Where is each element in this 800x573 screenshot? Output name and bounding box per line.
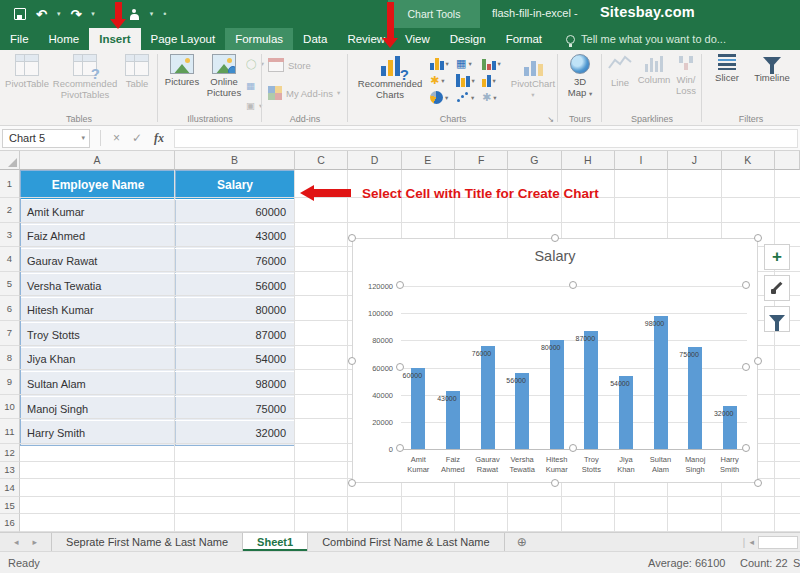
employee-name-cell[interactable]: Versha Tewatia [21, 274, 176, 298]
pictures-button[interactable]: Pictures [162, 54, 202, 88]
table-row[interactable]: Harry Smith32000 [21, 420, 294, 445]
chart-selection-handle[interactable] [348, 479, 356, 487]
table-row[interactable]: Hitesh Kumar80000 [21, 297, 294, 322]
employee-name-cell[interactable]: Jiya Khan [21, 348, 176, 372]
table-row[interactable]: Jiya Khan54000 [21, 347, 294, 372]
online-pictures-button[interactable]: Online Pictures [204, 54, 244, 98]
salary-cell[interactable]: 87000 [176, 323, 294, 347]
row-header-4[interactable]: 4 [0, 247, 20, 272]
menu-tab-data[interactable]: Data [293, 28, 337, 50]
chart-plot-area[interactable]: 02000040000600008000010000012000060000Am… [401, 286, 747, 449]
employee-name-cell[interactable]: Troy Stotts [21, 323, 176, 347]
confirm-entry-icon[interactable]: ✓ [132, 131, 142, 145]
save-icon[interactable] [14, 8, 26, 20]
row-header-13[interactable]: 13 [0, 462, 20, 480]
menu-tab-design[interactable]: Design [440, 28, 496, 50]
chart-selection-handle[interactable] [348, 357, 356, 365]
table-header-row[interactable]: Employee Name Salary [21, 171, 294, 199]
employee-name-cell[interactable]: Amit Kumar [21, 200, 176, 224]
chart-selection-handle[interactable] [551, 479, 559, 487]
chart-bar[interactable] [550, 340, 564, 449]
employee-name-cell[interactable]: Harry Smith [21, 421, 176, 445]
chart-bar[interactable] [584, 331, 598, 449]
employee-name-cell[interactable]: Manoj Singh [21, 397, 176, 421]
chart-bar[interactable] [688, 347, 702, 449]
row-header-12[interactable]: 12 [0, 444, 20, 462]
salary-cell[interactable]: 60000 [176, 200, 294, 224]
table-row[interactable]: Sultan Alam98000 [21, 371, 294, 396]
menu-tab-view[interactable]: View [395, 28, 440, 50]
plot-area-selection-handle[interactable] [742, 281, 750, 289]
employee-name-cell[interactable]: Sultan Alam [21, 372, 176, 396]
table-row[interactable]: Manoj Singh75000 [21, 396, 294, 421]
pivottable-button[interactable]: PivotTable [4, 54, 50, 90]
plot-area-selection-handle[interactable] [742, 444, 750, 452]
slicer-button[interactable]: Slicer [708, 54, 746, 84]
sheet-nav-next-icon[interactable]: ▸ [33, 537, 38, 547]
sheet-nav-prev-icon[interactable]: ◂ [14, 537, 19, 547]
plot-area-selection-handle[interactable] [742, 363, 750, 371]
salary-cell[interactable]: 76000 [176, 249, 294, 273]
column-header-b[interactable]: B [175, 151, 295, 170]
salary-cell[interactable]: 32000 [176, 421, 294, 445]
table-button[interactable]: Table [120, 54, 154, 90]
chart-elements-button[interactable]: + [764, 244, 790, 270]
column-header-a[interactable]: A [20, 151, 175, 170]
salary-cell[interactable]: 80000 [176, 298, 294, 322]
sparkline-line-button[interactable]: Line [604, 54, 636, 88]
employee-name-cell[interactable]: Faiz Ahmed [21, 225, 176, 249]
row-header-8[interactable]: 8 [0, 346, 20, 371]
chart-selection-handle[interactable] [551, 234, 559, 242]
sparkline-column-button[interactable]: Column [636, 54, 672, 86]
my-addins-button[interactable]: My Add-ins▾ [268, 86, 340, 100]
table-row[interactable]: Faiz Ahmed43000 [21, 224, 294, 249]
salary-cell[interactable]: 98000 [176, 372, 294, 396]
table-row[interactable]: Gaurav Rawat76000 [21, 248, 294, 273]
column-header-d[interactable]: D [348, 151, 401, 170]
column-header-f[interactable]: F [455, 151, 508, 170]
table-row[interactable]: Versha Tewatia56000 [21, 273, 294, 298]
plot-area-selection-handle[interactable] [569, 281, 577, 289]
row-header-3[interactable]: 3 [0, 223, 20, 248]
employee-name-cell[interactable]: Gaurav Rawat [21, 249, 176, 273]
qat-customize-icon[interactable]: ▾ [150, 10, 154, 18]
chart-title[interactable]: Salary [353, 248, 757, 264]
row-header-16[interactable]: 16 [0, 514, 20, 532]
recommended-charts-button[interactable]: Recommended Charts [356, 54, 424, 100]
sheet-tab-sheet1[interactable]: Sheet1 [243, 533, 308, 551]
column-header-h[interactable]: H [562, 151, 615, 170]
salary-cell[interactable]: 56000 [176, 274, 294, 298]
user-icon[interactable] [129, 9, 140, 20]
plot-area-selection-handle[interactable] [396, 444, 404, 452]
chart-selection-handle[interactable] [348, 234, 356, 242]
table-row[interactable]: Amit Kumar60000 [21, 199, 294, 224]
row-header-9[interactable]: 9 [0, 370, 20, 395]
radar-chart-button[interactable]: ✱▾ [482, 92, 508, 103]
waterfall-chart-button[interactable]: ▾ [482, 57, 508, 70]
menu-tab-page-layout[interactable]: Page Layout [141, 28, 226, 50]
row-header-1[interactable]: 1 [0, 170, 20, 198]
row-header-2[interactable]: 2 [0, 198, 20, 223]
smartart-button[interactable]: ▦ [246, 80, 255, 91]
formula-input[interactable] [174, 129, 798, 148]
chart-bar[interactable] [481, 346, 495, 449]
column-header-e[interactable]: E [402, 151, 455, 170]
row-header-7[interactable]: 7 [0, 321, 20, 346]
column-header-j[interactable]: J [668, 151, 721, 170]
name-box-dropdown-icon[interactable]: ▾ [81, 134, 85, 142]
column-header-k[interactable]: K [722, 151, 775, 170]
salary-cell[interactable]: 43000 [176, 225, 294, 249]
chart-bar[interactable] [411, 368, 425, 450]
plot-area-selection-handle[interactable] [569, 444, 577, 452]
chart-bar[interactable] [619, 376, 633, 449]
salary-cell[interactable]: 54000 [176, 348, 294, 372]
chart-bar[interactable] [515, 373, 529, 449]
menu-tab-home[interactable]: Home [39, 28, 90, 50]
store-button[interactable]: Store [268, 58, 311, 72]
screenshot-button[interactable]: ▣▾ [246, 100, 262, 111]
row-header-5[interactable]: 5 [0, 272, 20, 297]
pie-chart-button[interactable]: ▾ [430, 91, 456, 104]
column-header-i[interactable]: I [615, 151, 668, 170]
plot-area-selection-handle[interactable] [396, 363, 404, 371]
row-header-11[interactable]: 11 [0, 419, 20, 444]
